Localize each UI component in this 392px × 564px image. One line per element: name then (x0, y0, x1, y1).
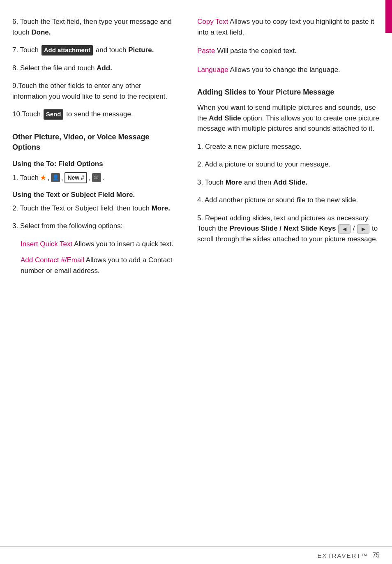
option-language: Language Allows you to change the langua… (197, 65, 380, 75)
star-icon: ★ (40, 172, 46, 183)
list-item-7: 7. Touch Add attachment and touch Pictur… (12, 45, 177, 55)
slide-step-1: 1. Create a new picture message. (197, 141, 380, 152)
slide-step-5: 5. Repeat adding slides, text and pictur… (197, 213, 380, 245)
language-desc: Allows you to change the language. (228, 66, 340, 74)
option-paste: Paste Will paste the copied text. (197, 46, 380, 56)
slide-step-3: 3. Touch More and then Add Slide. (197, 177, 380, 188)
person-icon: 👤 (51, 173, 60, 182)
option-add-contact: Add Contact #/Email Allows you to add a … (21, 255, 177, 276)
item-10-text: 10.Touch Send to send the message. (12, 110, 133, 118)
section-other-options-heading: Other Picture, Video, or Voice Message O… (12, 132, 177, 153)
send-badge: Send (44, 109, 64, 120)
touch-icon-line: 1. Touch ★ , 👤 , New # , ⌘ . (12, 172, 177, 183)
item-7-text: 7. Touch Add attachment and touch Pictur… (12, 46, 154, 54)
adding-slides-intro: When you want to send multiple pictures … (197, 102, 380, 134)
comma-3: , (89, 173, 91, 183)
item-9-text: 9.Touch the other fields to enter any ot… (12, 82, 167, 100)
adding-slides-heading: Adding Slides to Your Picture Message (197, 87, 380, 97)
touch-icon-prefix: 1. Touch (12, 173, 39, 183)
list-item-6: 6. Touch the Text field, then type your … (12, 16, 177, 37)
accent-bar (385, 0, 392, 33)
slide-step-4: 4. Add another picture or sound file to … (197, 195, 380, 206)
page-container: 6. Touch the Text field, then type your … (0, 0, 392, 564)
content-area: 6. Touch the Text field, then type your … (0, 0, 392, 546)
footer-page-number: 75 (372, 552, 380, 559)
sub-heading-to-field: Using the To: Field Options (12, 160, 177, 168)
insert-quick-text-desc: Allows you to insert a quick text. (72, 240, 173, 248)
add-contact-label: Add Contact #/Email (21, 256, 84, 264)
slide-step-2: 2. Add a picture or sound to your messag… (197, 159, 380, 170)
insert-quick-text-label: Insert Quick Text (21, 240, 72, 248)
item-2-text: 2. Touch the Text or Subject field, then… (12, 204, 170, 212)
copy-text-label: Copy Text (197, 18, 228, 25)
sub-heading-text-subject: Using the Text or Subject Field More. (12, 191, 177, 199)
grid-icon: ⌘ (92, 173, 101, 182)
footer-bar: Extravert™ 75 (0, 546, 392, 564)
language-label: Language (197, 66, 228, 74)
comma-2: , (61, 173, 63, 183)
footer-brand: Extravert™ (318, 552, 369, 559)
new-hash-badge: New # (65, 172, 87, 183)
left-column: 6. Touch the Text field, then type your … (12, 16, 189, 538)
paste-desc: Will paste the copied text. (215, 47, 296, 55)
next-slide-btn: ▶ (357, 224, 369, 233)
list-item-2: 2. Touch the Text or Subject field, then… (12, 203, 177, 214)
prev-slide-btn: ◀ (338, 224, 350, 233)
list-item-8: 8. Select the file and touch Add. (12, 63, 177, 74)
comma-1: , (48, 173, 50, 183)
item-6-text: 6. Touch the Text field, then type your … (12, 18, 172, 36)
item-8-text: 8. Select the file and touch Add. (12, 64, 112, 72)
item-3-text: 3. Select from the following options: (12, 222, 122, 230)
option-copy-text: Copy Text Allows you to copy text you hi… (197, 16, 380, 37)
list-item-10: 10.Touch Send to send the message. (12, 109, 177, 120)
paste-label: Paste (197, 47, 215, 55)
right-column: Copy Text Allows you to copy text you hi… (189, 16, 380, 538)
period: . (102, 173, 104, 183)
list-item-3: 3. Select from the following options: (12, 221, 177, 231)
option-insert-quick-text: Insert Quick Text Allows you to insert a… (21, 239, 177, 250)
add-attachment-badge: Add attachment (42, 45, 93, 55)
list-item-9: 9.Touch the other fields to enter any ot… (12, 81, 177, 102)
